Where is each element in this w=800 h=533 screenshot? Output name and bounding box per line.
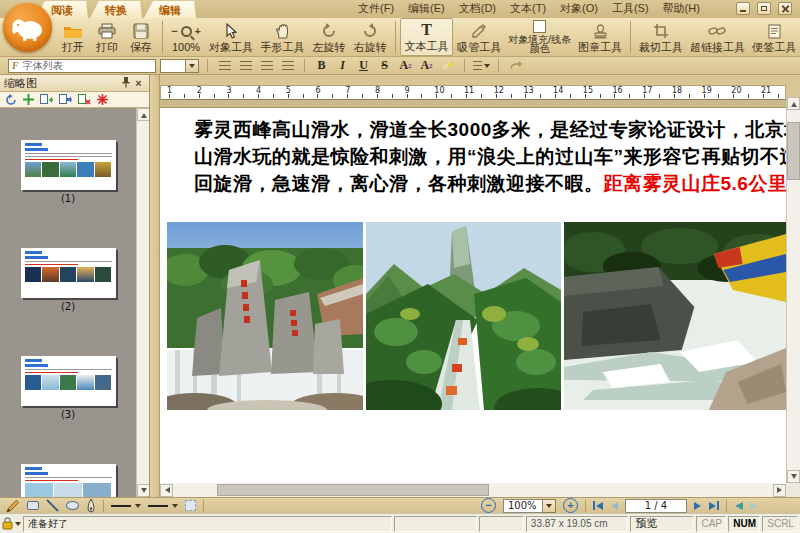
save-button[interactable]: 保存 — [124, 18, 158, 56]
align-left-button[interactable] — [216, 58, 233, 73]
eyedropper-tool-button[interactable]: 吸管工具 — [453, 18, 505, 56]
insert-page-button[interactable] — [40, 94, 53, 106]
scroll-down-arrow[interactable] — [137, 484, 149, 497]
menu-object[interactable]: 对象(O) — [560, 1, 598, 16]
sidebar-scrollbar[interactable] — [136, 108, 149, 497]
delete-all-button[interactable] — [97, 94, 108, 105]
scroll-up-arrow[interactable] — [787, 97, 800, 110]
align-right-button[interactable] — [258, 58, 275, 73]
undo-button[interactable] — [507, 58, 524, 73]
menu-file[interactable]: 文件(F) — [358, 1, 394, 16]
thumbnail-page-3[interactable]: (3) — [21, 356, 116, 420]
app-logo-elephant-icon[interactable] — [3, 3, 52, 52]
crop-tool-button[interactable]: 裁切工具 — [635, 18, 687, 56]
hyperlink-tool-button[interactable]: 超链接工具 — [686, 18, 748, 56]
superscript-button[interactable]: A2 — [397, 58, 414, 73]
note-tool-button[interactable]: 便签工具 — [748, 18, 800, 56]
view-forward-button[interactable] — [750, 502, 759, 510]
zoom-in-button[interactable]: + — [563, 498, 578, 513]
previous-page-button[interactable] — [610, 502, 618, 510]
text-tool-button[interactable]: T 文本工具 — [400, 18, 454, 56]
rotate-left-button[interactable]: 左旋转 — [308, 18, 349, 56]
maximize-button[interactable] — [757, 2, 771, 15]
italic-button[interactable]: I — [334, 58, 351, 73]
font-size-combo[interactable] — [160, 59, 186, 73]
menu-text[interactable]: 文本(T) — [510, 1, 546, 16]
thumbnail-page-1[interactable]: (1) — [21, 140, 116, 204]
scroll-right-arrow[interactable] — [773, 484, 786, 497]
scroll-up-arrow[interactable] — [137, 108, 149, 121]
delete-page-button[interactable] — [78, 94, 91, 106]
highlight-button[interactable] — [439, 58, 456, 73]
hand-tool-button[interactable]: 手形工具 — [257, 18, 309, 56]
underline-button[interactable]: U — [355, 58, 372, 73]
menu-tools[interactable]: 工具(S) — [612, 1, 649, 16]
stamp-tool-button[interactable]: 图章工具 — [574, 18, 626, 56]
line-weight-dropdown[interactable] — [111, 501, 141, 511]
view-back-button[interactable] — [734, 502, 743, 510]
zoom-out-button[interactable]: − — [481, 498, 496, 513]
tab-convert[interactable]: 转换 — [90, 1, 142, 18]
photo-green-peaks-rafting-valley[interactable] — [366, 222, 561, 410]
window-controls — [736, 2, 792, 15]
subscript-button[interactable]: A2 — [418, 58, 435, 73]
line-style-dropdown[interactable] — [148, 501, 178, 511]
align-justify-button[interactable] — [279, 58, 296, 73]
object-tool-button[interactable]: 对象工具 — [205, 18, 257, 56]
scroll-down-arrow[interactable] — [787, 470, 800, 483]
photo-whitewater-raft-closeup[interactable] — [564, 222, 786, 410]
font-size-dropdown[interactable] — [186, 59, 199, 73]
horizontal-scrollbar[interactable] — [160, 483, 786, 497]
menu-document[interactable]: 文档(D) — [459, 1, 496, 16]
minimize-button[interactable] — [736, 2, 750, 15]
bold-button[interactable]: B — [313, 58, 330, 73]
add-page-button[interactable] — [23, 94, 34, 105]
close-button[interactable] — [778, 2, 792, 15]
fill-line-color-button[interactable]: 对象填充/线条颜色 — [505, 18, 574, 56]
vertical-scrollbar[interactable] — [786, 75, 800, 497]
tab-edit[interactable]: 编辑 — [144, 1, 196, 18]
line-tool-button[interactable] — [46, 499, 59, 512]
open-button[interactable]: 打开 — [56, 18, 90, 56]
scroll-left-arrow[interactable] — [160, 484, 173, 497]
rotate-right-button[interactable]: 右旋转 — [350, 18, 391, 56]
align-center-button[interactable] — [237, 58, 254, 73]
horizontal-ruler: 123456789101112131415161718192021 — [160, 85, 786, 100]
horizontal-scroll-thumb[interactable] — [217, 484, 489, 496]
ellipse-tool-button[interactable] — [66, 501, 79, 510]
font-family-combo[interactable]: F 字体列表 — [8, 59, 156, 73]
thumbnail-page-2[interactable]: (2) — [21, 248, 116, 312]
line-spacing-button[interactable] — [473, 58, 490, 73]
print-button[interactable]: 打印 — [90, 18, 124, 56]
export-page-button[interactable] — [59, 94, 72, 105]
photo-inscribed-stones-waterfall[interactable] — [167, 222, 363, 410]
rotate-page-button[interactable] — [5, 94, 17, 106]
panel-splitter[interactable] — [150, 75, 160, 497]
pen-tool-button[interactable] — [86, 499, 96, 513]
vertical-scroll-thumb[interactable] — [787, 122, 800, 180]
zoom-control-group[interactable]: − + 100% — [167, 18, 205, 56]
menu-help[interactable]: 帮助(H) — [663, 1, 700, 16]
zoom-out-icon[interactable]: − — [171, 25, 177, 37]
folder-icon — [63, 22, 83, 40]
num-lock-indicator: NUM — [728, 516, 760, 532]
menu-edit[interactable]: 编辑(E) — [408, 1, 445, 16]
rectangle-tool-button[interactable] — [27, 501, 39, 510]
thumbnail-page-4[interactable] — [21, 464, 116, 497]
dashed-border-button[interactable] — [185, 500, 196, 511]
view-mode-indicator: 预览 — [630, 516, 694, 532]
last-page-button[interactable] — [709, 501, 719, 510]
first-page-button[interactable] — [593, 501, 603, 510]
page-number-field[interactable]: 1 / 4 — [625, 499, 687, 513]
document-text[interactable]: 雾灵西峰高山滑水，滑道全长3000多米，是经过专家论证设计，北京地区 山滑水玩的… — [194, 116, 786, 197]
close-panel-icon[interactable]: × — [132, 77, 145, 89]
zoom-level-dropdown[interactable] — [543, 499, 556, 513]
lock-icon[interactable] — [2, 517, 21, 530]
strikethrough-button[interactable]: S — [376, 58, 393, 73]
zoom-level-combo[interactable]: 100% — [503, 499, 543, 513]
rotate-right-icon — [362, 22, 378, 40]
pin-panel-icon[interactable] — [119, 77, 132, 90]
pencil-tool-button[interactable] — [6, 499, 20, 513]
zoom-in-icon[interactable]: + — [195, 25, 201, 37]
next-page-button[interactable] — [694, 502, 702, 510]
